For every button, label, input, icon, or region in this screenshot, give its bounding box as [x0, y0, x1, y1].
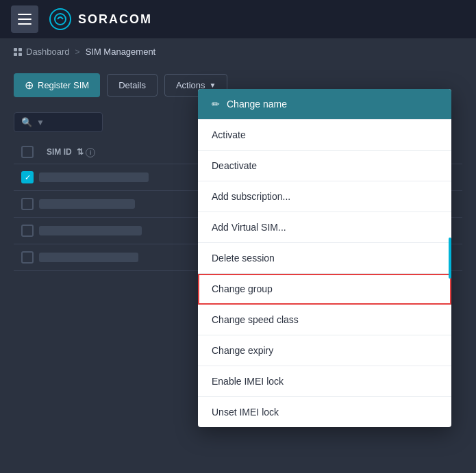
breadcrumb: Dashboard > SIM Management: [0, 38, 476, 65]
header-checkbox-col: [14, 146, 41, 158]
deactivate-label: Deactivate: [212, 160, 257, 171]
enable-imei-lock-label: Enable IMEI lock: [212, 376, 284, 387]
breadcrumb-home: Dashboard: [14, 47, 70, 57]
change-speed-class-label: Change speed class: [212, 314, 299, 325]
simid-label: SIM ID: [47, 147, 72, 157]
unset-imei-lock-label: Unset IMEI lock: [212, 407, 279, 418]
search-icon: 🔍: [21, 117, 32, 127]
details-button[interactable]: Details: [107, 74, 158, 97]
sim-id-value-2: [39, 199, 135, 209]
scroll-indicator: [449, 238, 451, 279]
delete-session-label: Delete session: [212, 253, 275, 264]
sim-id-value-4: [39, 253, 138, 262]
change-name-label: Change name: [227, 99, 287, 110]
dropdown-item-change-expiry[interactable]: Change expiry: [198, 335, 451, 366]
hamburger-line-1: [18, 14, 32, 15]
breadcrumb-separator: >: [75, 47, 80, 57]
logo-area: SORACOM: [49, 8, 152, 30]
change-group-label: Change group: [212, 283, 273, 294]
svg-point-0: [55, 14, 66, 25]
dropdown-item-unset-imei-lock[interactable]: Unset IMEI lock: [198, 397, 451, 427]
plus-circle-icon: ⊕: [25, 79, 34, 92]
dropdown-menu-container: ✏Change nameActivateDeactivateAdd subscr…: [198, 89, 451, 427]
dropdown-item-change-group[interactable]: Change group: [198, 274, 451, 305]
row-checkbox-2[interactable]: [21, 198, 34, 210]
dropdown-item-delete-session[interactable]: Delete session: [198, 243, 451, 274]
hamburger-line-2: [18, 18, 32, 20]
row-checkbox-3[interactable]: [21, 225, 34, 237]
row-checkbox-1[interactable]: [21, 171, 34, 183]
dropdown-item-add-virtual-sim[interactable]: Add Virtual SIM...: [198, 212, 451, 243]
add-subscription-label: Add subscription...: [212, 191, 290, 202]
row-checkbox-4[interactable]: [21, 251, 34, 264]
dropdown-item-deactivate[interactable]: Deactivate: [198, 151, 451, 181]
simid-info-icon: i: [86, 148, 95, 157]
dropdown-item-change-speed-class[interactable]: Change speed class: [198, 305, 451, 335]
breadcrumb-current: SIM Management: [86, 47, 156, 57]
details-label: Details: [118, 80, 146, 90]
search-bar[interactable]: 🔍 ▼: [14, 112, 103, 132]
register-sim-button[interactable]: ⊕ Register SIM: [14, 73, 100, 97]
sim-id-value-1: [39, 172, 149, 182]
top-nav: SORACOM: [0, 0, 476, 38]
activate-label: Activate: [212, 129, 246, 140]
hamburger-line-3: [18, 23, 32, 25]
select-all-checkbox[interactable]: [21, 146, 34, 158]
logo-text: SORACOM: [78, 12, 152, 27]
change-expiry-label: Change expiry: [212, 345, 273, 356]
register-sim-label: Register SIM: [38, 80, 89, 90]
add-virtual-sim-label: Add Virtual SIM...: [212, 222, 286, 233]
chevron-down-icon: ▼: [210, 81, 216, 89]
dropdown-item-activate[interactable]: Activate: [198, 120, 451, 151]
dashboard-icon: [14, 48, 22, 56]
dropdown-item-change-name[interactable]: ✏Change name: [198, 89, 451, 120]
change-name-icon: ✏: [212, 99, 220, 110]
sim-id-value-3: [39, 226, 142, 235]
breadcrumb-dashboard: Dashboard: [26, 47, 70, 57]
dropdown-item-add-subscription[interactable]: Add subscription...: [198, 181, 451, 212]
menu-button[interactable]: [11, 5, 38, 33]
actions-dropdown: ✏Change nameActivateDeactivateAdd subscr…: [198, 89, 451, 427]
search-caret: ▼: [36, 118, 45, 127]
dropdown-item-enable-imei-lock[interactable]: Enable IMEI lock: [198, 366, 451, 397]
logo-icon: [49, 8, 71, 30]
